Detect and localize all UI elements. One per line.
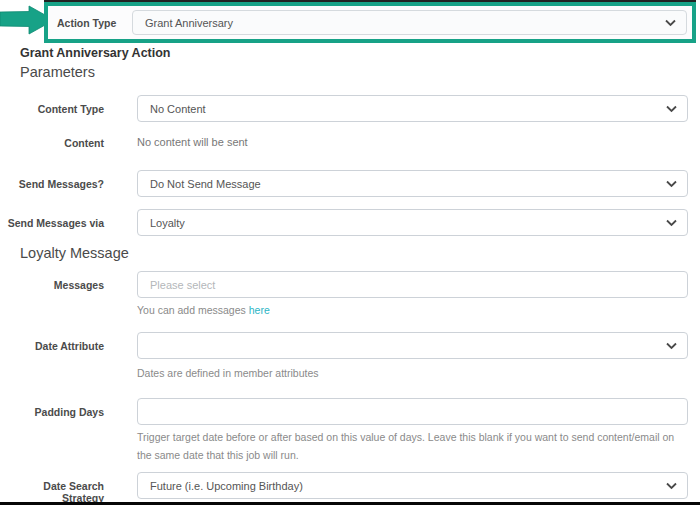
date-attribute-select[interactable] [137, 332, 688, 359]
padding-days-input[interactable] [137, 398, 688, 425]
send-messages-select[interactable]: Do Not Send Message [137, 170, 688, 197]
send-messages-label: Send Messages? [0, 178, 104, 190]
content-label: Content [0, 137, 104, 149]
messages-input[interactable] [137, 271, 688, 298]
send-messages-via-value: Loyalty [150, 217, 185, 229]
content-type-select[interactable]: No Content [137, 95, 688, 122]
send-messages-via-label: Send Messages via [0, 217, 104, 229]
section-title-parameters: Parameters [20, 64, 95, 80]
action-type-select[interactable]: Grant Anniversary [132, 10, 687, 35]
content-value: No content will be sent [137, 136, 248, 148]
messages-helper-text: You can add messages [137, 304, 249, 316]
send-messages-via-select[interactable]: Loyalty [137, 209, 688, 236]
add-messages-link[interactable]: here [249, 304, 270, 316]
padding-days-helper: Trigger target date before or after base… [137, 428, 685, 464]
messages-helper: You can add messages here [137, 301, 270, 319]
date-search-strategy-select[interactable]: Future (i.e. Upcoming Birthday) [137, 472, 688, 499]
messages-label: Messages [0, 279, 104, 291]
action-type-label: Action Type [57, 17, 132, 29]
content-type-label: Content Type [0, 103, 104, 115]
chevron-down-icon [665, 19, 676, 26]
action-type-value: Grant Anniversary [145, 17, 233, 29]
padding-days-label: Padding Days [0, 406, 104, 418]
chevron-down-icon [666, 180, 677, 187]
date-attribute-helper: Dates are defined in member attributes [137, 364, 319, 382]
chevron-down-icon [666, 105, 677, 112]
chevron-down-icon [666, 342, 677, 349]
page-title: Grant Anniversary Action [20, 46, 171, 60]
section-title-loyalty-message: Loyalty Message [20, 245, 129, 261]
chevron-down-icon [666, 219, 677, 226]
date-search-strategy-label: Date Search Strategy [0, 480, 104, 504]
action-type-highlight: Action Type Grant Anniversary [44, 2, 696, 43]
date-attribute-label: Date Attribute [0, 340, 104, 352]
chevron-down-icon [666, 482, 677, 489]
bottom-border-line [0, 502, 700, 505]
content-type-value: No Content [150, 103, 206, 115]
date-search-strategy-value: Future (i.e. Upcoming Birthday) [150, 480, 303, 492]
send-messages-value: Do Not Send Message [150, 178, 261, 190]
